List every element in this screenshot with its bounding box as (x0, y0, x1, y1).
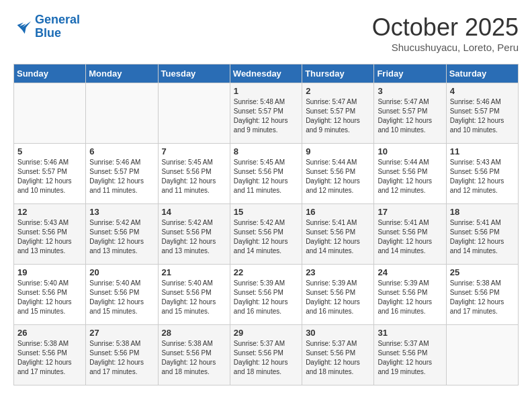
day-info: Sunrise: 5:37 AM Sunset: 5:56 PM Dayligh… (378, 339, 442, 377)
logo: General Blue (13, 13, 80, 40)
day-number: 4 (450, 86, 515, 96)
day-number: 27 (89, 328, 154, 338)
calendar-cell: 23Sunrise: 5:39 AM Sunset: 5:56 PM Dayli… (302, 265, 374, 325)
calendar-week-row: 1Sunrise: 5:48 AM Sunset: 5:57 PM Daylig… (14, 83, 519, 144)
header-tuesday: Tuesday (158, 64, 230, 83)
day-info: Sunrise: 5:46 AM Sunset: 5:57 PM Dayligh… (450, 97, 515, 135)
day-number: 8 (234, 146, 298, 156)
calendar-cell (158, 83, 230, 144)
day-number: 21 (162, 267, 226, 277)
calendar-week-row: 12Sunrise: 5:43 AM Sunset: 5:56 PM Dayli… (14, 204, 519, 265)
day-info: Sunrise: 5:43 AM Sunset: 5:56 PM Dayligh… (17, 218, 82, 256)
day-info: Sunrise: 5:42 AM Sunset: 5:56 PM Dayligh… (89, 218, 154, 256)
calendar-cell: 1Sunrise: 5:48 AM Sunset: 5:57 PM Daylig… (230, 83, 302, 144)
day-info: Sunrise: 5:45 AM Sunset: 5:56 PM Dayligh… (162, 158, 226, 195)
calendar-cell: 28Sunrise: 5:38 AM Sunset: 5:56 PM Dayli… (158, 325, 230, 385)
calendar-cell: 27Sunrise: 5:38 AM Sunset: 5:56 PM Dayli… (86, 325, 158, 385)
calendar-cell: 8Sunrise: 5:45 AM Sunset: 5:56 PM Daylig… (230, 144, 302, 204)
day-info: Sunrise: 5:41 AM Sunset: 5:56 PM Dayligh… (306, 218, 370, 256)
calendar-week-row: 19Sunrise: 5:40 AM Sunset: 5:56 PM Dayli… (14, 265, 519, 325)
calendar-week-row: 26Sunrise: 5:38 AM Sunset: 5:56 PM Dayli… (14, 325, 519, 385)
day-info: Sunrise: 5:39 AM Sunset: 5:56 PM Dayligh… (234, 279, 298, 316)
logo-line1: General (35, 13, 80, 26)
calendar-cell: 19Sunrise: 5:40 AM Sunset: 5:56 PM Dayli… (14, 265, 86, 325)
day-number: 6 (89, 146, 154, 156)
day-info: Sunrise: 5:46 AM Sunset: 5:57 PM Dayligh… (89, 158, 154, 195)
calendar-cell: 26Sunrise: 5:38 AM Sunset: 5:56 PM Dayli… (14, 325, 86, 385)
calendar-cell: 17Sunrise: 5:41 AM Sunset: 5:56 PM Dayli… (374, 204, 446, 265)
calendar-table: SundayMondayTuesdayWednesdayThursdayFrid… (13, 64, 519, 385)
day-info: Sunrise: 5:38 AM Sunset: 5:56 PM Dayligh… (450, 279, 515, 316)
day-number: 11 (450, 146, 515, 156)
title-block: October 2025 Shucushuyacu, Loreto, Peru (372, 13, 519, 53)
day-number: 22 (234, 267, 298, 277)
calendar-cell (86, 83, 158, 144)
day-info: Sunrise: 5:41 AM Sunset: 5:56 PM Dayligh… (450, 218, 515, 256)
header-sunday: Sunday (14, 64, 86, 83)
calendar-cell (14, 83, 86, 144)
day-info: Sunrise: 5:47 AM Sunset: 5:57 PM Dayligh… (378, 97, 442, 135)
day-number: 17 (378, 207, 442, 217)
calendar-cell: 9Sunrise: 5:44 AM Sunset: 5:56 PM Daylig… (302, 144, 374, 204)
calendar-cell: 10Sunrise: 5:44 AM Sunset: 5:56 PM Dayli… (374, 144, 446, 204)
day-number: 1 (234, 86, 298, 96)
day-info: Sunrise: 5:45 AM Sunset: 5:56 PM Dayligh… (234, 158, 298, 195)
location-subtitle: Shucushuyacu, Loreto, Peru (372, 42, 519, 53)
day-info: Sunrise: 5:43 AM Sunset: 5:56 PM Dayligh… (450, 158, 515, 195)
header-monday: Monday (86, 64, 158, 83)
day-number: 28 (162, 328, 226, 338)
day-number: 26 (17, 328, 82, 338)
day-number: 7 (162, 146, 226, 156)
calendar-cell: 11Sunrise: 5:43 AM Sunset: 5:56 PM Dayli… (446, 144, 518, 204)
day-number: 19 (17, 267, 82, 277)
calendar-cell: 18Sunrise: 5:41 AM Sunset: 5:56 PM Dayli… (446, 204, 518, 265)
header-wednesday: Wednesday (230, 64, 302, 83)
logo-text: General Blue (35, 13, 80, 40)
calendar-cell: 29Sunrise: 5:37 AM Sunset: 5:56 PM Dayli… (230, 325, 302, 385)
header-saturday: Saturday (446, 64, 518, 83)
day-info: Sunrise: 5:44 AM Sunset: 5:56 PM Dayligh… (378, 158, 442, 195)
day-number: 30 (306, 328, 370, 338)
day-info: Sunrise: 5:37 AM Sunset: 5:56 PM Dayligh… (234, 339, 298, 377)
day-number: 3 (378, 86, 442, 96)
day-number: 12 (17, 207, 82, 217)
calendar-cell: 13Sunrise: 5:42 AM Sunset: 5:56 PM Dayli… (86, 204, 158, 265)
day-number: 14 (162, 207, 226, 217)
day-info: Sunrise: 5:44 AM Sunset: 5:56 PM Dayligh… (306, 158, 370, 195)
calendar-cell: 25Sunrise: 5:38 AM Sunset: 5:56 PM Dayli… (446, 265, 518, 325)
header-friday: Friday (374, 64, 446, 83)
day-info: Sunrise: 5:47 AM Sunset: 5:57 PM Dayligh… (306, 97, 370, 135)
day-info: Sunrise: 5:46 AM Sunset: 5:57 PM Dayligh… (17, 158, 82, 195)
calendar-week-row: 5Sunrise: 5:46 AM Sunset: 5:57 PM Daylig… (14, 144, 519, 204)
day-info: Sunrise: 5:42 AM Sunset: 5:56 PM Dayligh… (162, 218, 226, 256)
day-info: Sunrise: 5:38 AM Sunset: 5:56 PM Dayligh… (89, 339, 154, 377)
calendar-cell (446, 325, 518, 385)
day-info: Sunrise: 5:38 AM Sunset: 5:56 PM Dayligh… (162, 339, 226, 377)
day-number: 13 (89, 207, 154, 217)
day-number: 5 (17, 146, 82, 156)
day-info: Sunrise: 5:41 AM Sunset: 5:56 PM Dayligh… (378, 218, 442, 256)
calendar-cell: 21Sunrise: 5:40 AM Sunset: 5:56 PM Dayli… (158, 265, 230, 325)
page-header: General Blue October 2025 Shucushuyacu, … (13, 13, 519, 53)
calendar-cell: 6Sunrise: 5:46 AM Sunset: 5:57 PM Daylig… (86, 144, 158, 204)
calendar-cell: 5Sunrise: 5:46 AM Sunset: 5:57 PM Daylig… (14, 144, 86, 204)
day-number: 31 (378, 328, 442, 338)
calendar-cell: 12Sunrise: 5:43 AM Sunset: 5:56 PM Dayli… (14, 204, 86, 265)
calendar-cell: 7Sunrise: 5:45 AM Sunset: 5:56 PM Daylig… (158, 144, 230, 204)
calendar-cell: 31Sunrise: 5:37 AM Sunset: 5:56 PM Dayli… (374, 325, 446, 385)
calendar-cell: 20Sunrise: 5:40 AM Sunset: 5:56 PM Dayli… (86, 265, 158, 325)
calendar-cell: 30Sunrise: 5:37 AM Sunset: 5:56 PM Dayli… (302, 325, 374, 385)
calendar-cell: 4Sunrise: 5:46 AM Sunset: 5:57 PM Daylig… (446, 83, 518, 144)
day-number: 15 (234, 207, 298, 217)
day-info: Sunrise: 5:37 AM Sunset: 5:56 PM Dayligh… (306, 339, 370, 377)
day-info: Sunrise: 5:40 AM Sunset: 5:56 PM Dayligh… (89, 279, 154, 316)
day-number: 29 (234, 328, 298, 338)
calendar-cell: 16Sunrise: 5:41 AM Sunset: 5:56 PM Dayli… (302, 204, 374, 265)
month-title: October 2025 (372, 13, 519, 42)
calendar-cell: 14Sunrise: 5:42 AM Sunset: 5:56 PM Dayli… (158, 204, 230, 265)
logo-line2: Blue (35, 26, 61, 40)
day-info: Sunrise: 5:39 AM Sunset: 5:56 PM Dayligh… (306, 279, 370, 316)
day-number: 25 (450, 267, 515, 277)
calendar-cell: 2Sunrise: 5:47 AM Sunset: 5:57 PM Daylig… (302, 83, 374, 144)
header-thursday: Thursday (302, 64, 374, 83)
